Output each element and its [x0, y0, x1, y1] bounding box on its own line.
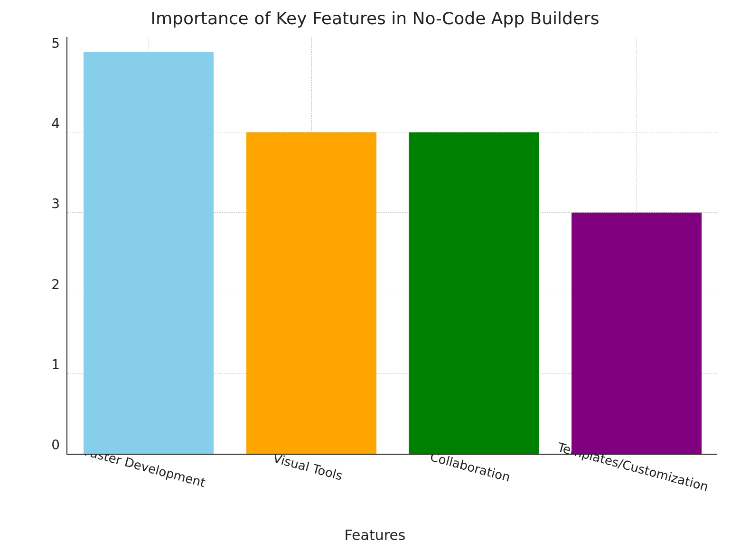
bar-collaboration	[409, 132, 539, 454]
x-axis-label: Features	[0, 527, 750, 543]
y-tick-label: 2	[31, 276, 67, 292]
bar-faster-development	[84, 52, 214, 454]
y-tick-label: 4	[31, 116, 67, 131]
bar-templates-customization	[572, 213, 702, 454]
y-tick-label: 5	[31, 35, 67, 51]
y-tick-label: 1	[31, 356, 67, 372]
y-tick-label: 3	[31, 196, 67, 212]
plot-area: 0 1 2 3 4 5 Faster Development Visual To…	[66, 37, 717, 455]
bar-visual-tools	[246, 132, 376, 454]
chart-container: Importance of Key Features in No-Code Ap…	[0, 0, 750, 560]
chart-title: Importance of Key Features in No-Code Ap…	[0, 9, 750, 28]
y-tick-label: 0	[31, 437, 67, 453]
